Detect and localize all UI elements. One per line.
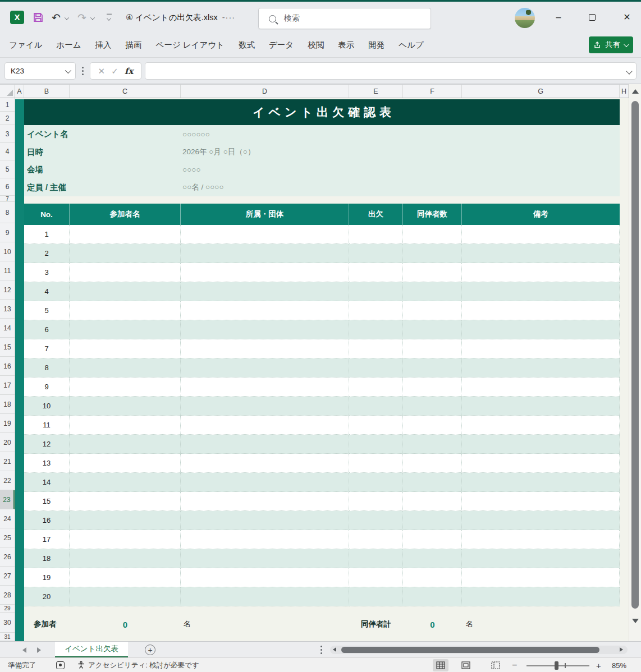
save-icon[interactable] xyxy=(33,12,44,23)
table-cell[interactable] xyxy=(462,244,620,263)
field-label[interactable]: イベント名 xyxy=(27,128,68,139)
row-header-31[interactable]: 31 xyxy=(0,633,15,641)
formula-bar-handle[interactable] xyxy=(82,67,84,75)
close-button[interactable]: ✕ xyxy=(614,2,640,33)
row-number-cell[interactable]: 19 xyxy=(24,568,70,587)
field-value[interactable]: ○○○○ xyxy=(182,165,201,174)
table-cell[interactable] xyxy=(462,473,620,492)
table-cell[interactable] xyxy=(181,435,349,454)
table-cell[interactable] xyxy=(462,416,620,435)
table-cell[interactable] xyxy=(403,473,462,492)
row-header-8[interactable]: 8 xyxy=(0,202,15,223)
table-cell[interactable] xyxy=(403,358,462,378)
table-column-header-1[interactable]: No. xyxy=(24,204,70,225)
horizontal-scrollbar-thumb[interactable] xyxy=(341,647,599,653)
column-header-D[interactable]: D xyxy=(181,85,349,98)
name-box-dropdown-icon[interactable] xyxy=(65,67,71,73)
table-cell[interactable] xyxy=(70,244,181,263)
table-cell[interactable] xyxy=(403,416,462,435)
scroll-left-icon[interactable] xyxy=(333,647,336,652)
table-cell[interactable] xyxy=(349,549,403,568)
table-cell[interactable] xyxy=(181,492,349,511)
zoom-slider-thumb[interactable] xyxy=(555,661,558,670)
table-cell[interactable] xyxy=(349,511,403,530)
table-cell[interactable] xyxy=(181,225,349,244)
table-cell[interactable] xyxy=(181,339,349,358)
row-number-cell[interactable]: 1 xyxy=(24,225,70,244)
row-number-cell[interactable]: 5 xyxy=(24,301,70,320)
column-header-A[interactable]: A xyxy=(15,85,24,98)
table-cell[interactable] xyxy=(349,416,403,435)
table-cell[interactable] xyxy=(403,587,462,606)
table-cell[interactable] xyxy=(462,511,620,530)
table-cell[interactable] xyxy=(349,454,403,473)
row-number-cell[interactable]: 6 xyxy=(24,320,70,339)
table-cell[interactable] xyxy=(70,339,181,358)
table-cell[interactable] xyxy=(70,568,181,587)
table-cell[interactable] xyxy=(181,416,349,435)
insert-function-icon[interactable]: fx xyxy=(125,66,133,76)
row-header-23[interactable]: 23 xyxy=(0,490,15,509)
field-label[interactable]: 日時 xyxy=(27,146,43,157)
table-cell[interactable] xyxy=(70,301,181,320)
table-cell[interactable] xyxy=(462,549,620,568)
quick-access-customize-icon[interactable] xyxy=(107,13,112,21)
table-cell[interactable] xyxy=(349,397,403,416)
table-cell[interactable] xyxy=(349,435,403,454)
table-cell[interactable] xyxy=(462,301,620,320)
table-cell[interactable] xyxy=(403,244,462,263)
table-cell[interactable] xyxy=(181,301,349,320)
table-cell[interactable] xyxy=(462,568,620,587)
row-header-5[interactable]: 5 xyxy=(0,160,15,178)
formula-bar-expand-icon[interactable] xyxy=(626,68,632,74)
row-header-25[interactable]: 25 xyxy=(0,528,15,547)
field-value[interactable]: ○○○○○○ xyxy=(182,130,210,138)
table-cell[interactable] xyxy=(70,225,181,244)
add-sheet-icon[interactable]: + xyxy=(145,645,155,655)
row-header-10[interactable]: 10 xyxy=(0,242,15,261)
table-cell[interactable] xyxy=(403,320,462,339)
cancel-entry-icon[interactable]: ✕ xyxy=(98,66,106,76)
share-button[interactable]: 共有 xyxy=(589,36,633,53)
ribbon-tab-5[interactable]: ページ レイアウト xyxy=(156,40,225,50)
participants-label[interactable]: 参加者 xyxy=(34,619,57,629)
table-column-header-4[interactable]: 出欠 xyxy=(349,204,403,225)
row-number-cell[interactable]: 18 xyxy=(24,549,70,568)
table-cell[interactable] xyxy=(70,492,181,511)
field-value[interactable]: 2026年 ○月 ○日（○） xyxy=(182,147,255,157)
row-number-cell[interactable]: 7 xyxy=(24,339,70,358)
row-header-18[interactable]: 18 xyxy=(0,395,15,414)
row-header-22[interactable]: 22 xyxy=(0,471,15,490)
table-cell[interactable] xyxy=(70,320,181,339)
spacer-row[interactable] xyxy=(24,606,620,614)
table-cell[interactable] xyxy=(70,378,181,397)
ribbon-tab-2[interactable]: ホーム xyxy=(56,40,81,50)
table-cell[interactable] xyxy=(70,416,181,435)
sheet-nav-left-icon[interactable] xyxy=(22,647,26,653)
column-header-E[interactable]: E xyxy=(349,85,403,98)
undo-icon[interactable]: ↶ xyxy=(52,12,61,22)
tab-scrollbar-splitter[interactable] xyxy=(320,646,322,654)
table-cell[interactable] xyxy=(70,435,181,454)
table-cell[interactable] xyxy=(181,282,349,301)
macro-record-icon[interactable] xyxy=(56,661,65,669)
table-cell[interactable] xyxy=(349,320,403,339)
table-cell[interactable] xyxy=(349,378,403,397)
ribbon-tab-6[interactable]: 数式 xyxy=(239,40,255,50)
row-number-cell[interactable]: 3 xyxy=(24,263,70,282)
table-cell[interactable] xyxy=(403,282,462,301)
table-cell[interactable] xyxy=(349,301,403,320)
table-cell[interactable] xyxy=(403,549,462,568)
sheet-tab-active[interactable]: イベント出欠表 xyxy=(55,642,128,658)
table-cell[interactable] xyxy=(181,473,349,492)
row-header-14[interactable]: 14 xyxy=(0,319,15,338)
table-cell[interactable] xyxy=(403,301,462,320)
confirm-entry-icon[interactable]: ✓ xyxy=(111,66,118,76)
table-cell[interactable] xyxy=(403,435,462,454)
table-cell[interactable] xyxy=(403,397,462,416)
table-cell[interactable] xyxy=(349,244,403,263)
table-cell[interactable] xyxy=(403,568,462,587)
table-cell[interactable] xyxy=(403,492,462,511)
table-cell[interactable] xyxy=(349,492,403,511)
column-header-C[interactable]: C xyxy=(70,85,181,98)
